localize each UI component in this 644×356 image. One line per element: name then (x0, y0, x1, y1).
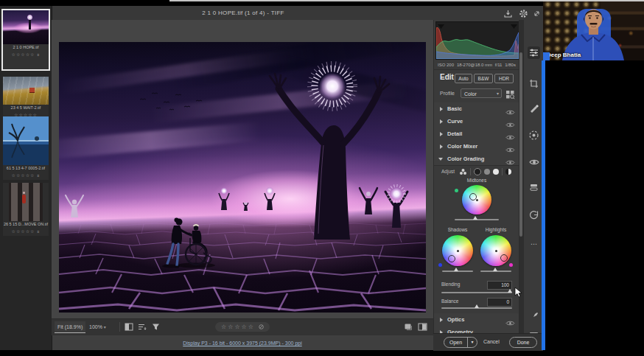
settings-gear-icon[interactable] (519, 8, 528, 18)
highlights-luminance-slider[interactable] (480, 271, 511, 272)
midtones-wheel-icon[interactable] (484, 169, 490, 175)
thumbnail-stars[interactable]: ☆☆☆☆☆ (12, 172, 35, 178)
snapshots-tool-icon[interactable] (528, 209, 540, 221)
crop-tool-icon[interactable] (528, 77, 540, 90)
titlebar: 2 1 0 HOPE.tif (1 of 4) - TIFF (52, 6, 543, 21)
edited-badge-icon: ≡ (37, 229, 40, 234)
cancel-button[interactable]: Cancel (479, 337, 504, 346)
fit-zoom-button[interactable]: Fit (18.9%) (55, 321, 85, 333)
rating-stars[interactable]: ☆☆☆☆☆ (215, 322, 270, 332)
thumbnail-label: 2 1 0 HOPE.tif (3, 44, 49, 51)
edit-header: Edit Auto B&W HDR (434, 70, 519, 86)
zoom-brush-icon[interactable] (528, 310, 540, 323)
workflow-options-link[interactable]: Display P3 - 16 bit - 6000 x 3975 (23.9M… (183, 341, 301, 346)
section-color-mixer[interactable]: Color Mixer (434, 140, 519, 153)
balance-value[interactable]: 0 (487, 298, 512, 307)
dandelion-sphere (319, 73, 346, 100)
iso-value: ISO 200 (438, 60, 454, 69)
edit-panel: ISO 200 18-270@18.0 mm f/11 1/80s Edit A… (433, 20, 519, 333)
top-edge-line (169, 0, 644, 1)
filmstrip-thumbnail-1[interactable]: 2 1 0 HOPE.tif ☆☆☆☆☆≡ (1, 9, 50, 71)
main-photo[interactable] (59, 42, 426, 313)
masking-tool-icon[interactable] (528, 129, 540, 142)
balance-label: Balance (441, 299, 459, 304)
red-eye-tool-icon[interactable] (528, 156, 540, 168)
scrollbar-thumb[interactable] (519, 52, 522, 237)
window-edge-accent (542, 60, 545, 350)
shadows-luminance-slider[interactable] (442, 271, 473, 272)
section-optics[interactable]: Optics (434, 313, 519, 327)
edit-title: Edit (440, 73, 454, 81)
more-options-icon[interactable]: ⋯ (528, 237, 540, 250)
midtones-color-wheel[interactable] (462, 185, 491, 214)
edited-badge-icon: ≡ (37, 173, 40, 178)
profile-browser-icon[interactable] (505, 89, 515, 102)
filmstrip-thumbnail-2[interactable]: 23 4 5 WAIT-2.tif ☆☆☆☆☆ (3, 77, 49, 118)
shadow-sample-dot (438, 263, 442, 267)
highlights-label: Highlights (480, 227, 512, 232)
thumbnail-image-hope (3, 10, 49, 44)
section-basic[interactable]: Basic (434, 102, 519, 116)
three-way-icon[interactable] (459, 165, 467, 178)
section-curve[interactable]: Curve (434, 115, 519, 128)
highlights-wheel-icon[interactable] (493, 169, 499, 175)
blending-slider[interactable] (441, 292, 512, 293)
copy-settings-icon[interactable] (404, 323, 413, 331)
camera-raw-window: 2 1 0 HOPE.tif (1 of 4) - TIFF 2 1 0 HOP… (0, 6, 543, 350)
save-image-icon[interactable] (503, 8, 513, 18)
auto-button[interactable]: Auto (455, 74, 472, 83)
highlight-sample-dot (509, 263, 513, 267)
shutter-value: 1/80s (505, 60, 516, 69)
filmstrip-thumbnail-4[interactable]: 26 5 15 D...MOVE ON.tif ☆☆☆☆☆≡ (3, 183, 49, 236)
profile-row: Profile Color▾ (434, 86, 519, 103)
shadows-color-wheel[interactable] (442, 235, 473, 266)
global-wheel-icon[interactable] (505, 169, 511, 175)
balance-slider[interactable] (441, 307, 512, 309)
bw-button[interactable]: B&W (474, 74, 493, 83)
section-detail[interactable]: Detail (434, 128, 519, 141)
hdr-button[interactable]: HDR (494, 74, 514, 83)
webcam-overlay: Deep Bhatia (543, 0, 644, 60)
edit-tool-icon[interactable] (528, 46, 540, 59)
reject-flag-icon (259, 324, 264, 330)
fullscreen-icon[interactable] (532, 8, 542, 18)
healing-tool-icon[interactable] (528, 102, 540, 114)
adjust-label: Adjust (441, 169, 455, 174)
presets-tool-icon[interactable] (528, 181, 540, 194)
midtones-luminance-slider[interactable] (455, 219, 499, 220)
thumbnail-label: 23 4 5 WAIT-2.tif (3, 105, 49, 111)
open-button[interactable]: Open ▾ (444, 337, 477, 348)
profile-select[interactable]: Color▾ (461, 88, 502, 98)
panel-footer: Open ▾ Cancel Done (433, 333, 543, 351)
window-title: 2 1 0 HOPE.tif (1 of 4) - TIFF (52, 6, 435, 20)
section-color-grading[interactable]: Color Grading (434, 153, 519, 166)
before-after-icon[interactable] (125, 323, 133, 331)
edited-badge-icon: ≡ (37, 52, 40, 57)
chevron-down-icon: ▾ (497, 89, 499, 99)
exif-metadata: ISO 200 18-270@18.0 mm f/11 1/80s (434, 60, 519, 70)
filter-icon[interactable] (152, 323, 161, 331)
shadows-label: Shadows (441, 227, 474, 232)
split-view-icon[interactable] (418, 323, 427, 331)
status-row: Display P3 - 16 bit - 6000 x 3975 (23.9M… (52, 335, 433, 350)
webcam-corner-accent (543, 52, 550, 60)
shadows-wheel-icon[interactable] (474, 168, 481, 175)
highlights-color-wheel[interactable] (480, 235, 511, 266)
thumbnail-image-wait (3, 77, 49, 105)
zoom-level-select[interactable]: 100% ▾ (86, 321, 109, 332)
done-button[interactable]: Done (509, 337, 537, 348)
thumbnail-label: 26 5 15 D...MOVE ON.tif (3, 221, 49, 228)
image-canvas (52, 20, 433, 318)
thumbnail-stars[interactable]: ☆☆☆☆☆ (12, 52, 35, 57)
thumbnail-image-tree (3, 116, 49, 165)
midtones-label: Midtones (434, 178, 519, 183)
histogram[interactable] (435, 21, 519, 60)
screen: 2 1 0 HOPE.tif (1 of 4) - TIFF 2 1 0 HOP… (0, 0, 644, 356)
thumbnail-label: 61 5 13 4-7 0005-2.tif (3, 165, 49, 172)
thumbnail-image-moveon (9, 183, 43, 221)
lens-value: 18-270@18.0 mm (457, 60, 492, 69)
filmstrip-thumbnail-3[interactable]: 61 5 13 4-7 0005-2.tif ☆☆☆☆☆≡ (3, 116, 49, 180)
thumbnail-stars[interactable]: ☆☆☆☆☆ (12, 228, 35, 234)
sort-order-icon[interactable] (138, 323, 147, 331)
blending-label: Blending (441, 282, 460, 287)
